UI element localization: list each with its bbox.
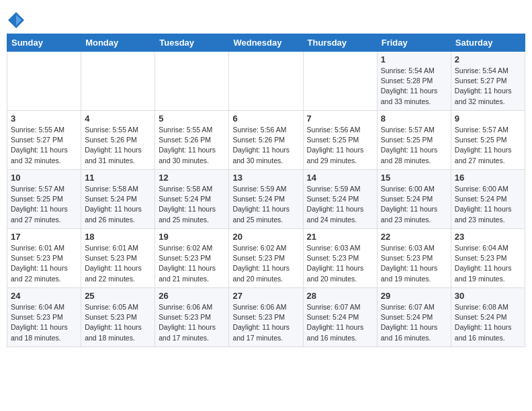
day-info: Sunrise: 6:04 AMSunset: 5:23 PMDaylight:…	[11, 302, 77, 343]
day-info: Sunrise: 5:57 AMSunset: 5:25 PMDaylight:…	[11, 184, 77, 225]
day-info: Sunrise: 6:01 AMSunset: 5:23 PMDaylight:…	[11, 243, 77, 284]
day-number: 21	[307, 232, 373, 242]
day-info: Sunrise: 6:06 AMSunset: 5:23 PMDaylight:…	[159, 302, 225, 343]
logo-icon	[7, 11, 26, 30]
calendar-cell: 16Sunrise: 6:00 AMSunset: 5:24 PMDayligh…	[451, 170, 525, 229]
day-info: Sunrise: 5:55 AMSunset: 5:26 PMDaylight:…	[159, 125, 225, 166]
day-number: 1	[381, 54, 447, 64]
day-number: 12	[159, 173, 225, 183]
calendar-cell: 28Sunrise: 6:07 AMSunset: 5:24 PMDayligh…	[303, 288, 377, 347]
day-info: Sunrise: 6:03 AMSunset: 5:23 PMDaylight:…	[381, 243, 447, 284]
day-info: Sunrise: 6:04 AMSunset: 5:23 PMDaylight:…	[455, 243, 521, 284]
calendar-cell: 24Sunrise: 6:04 AMSunset: 5:23 PMDayligh…	[7, 288, 81, 347]
day-info: Sunrise: 5:59 AMSunset: 5:24 PMDaylight:…	[232, 184, 299, 225]
day-info: Sunrise: 5:55 AMSunset: 5:27 PMDaylight:…	[11, 125, 77, 166]
calendar-cell: 11Sunrise: 5:58 AMSunset: 5:24 PMDayligh…	[81, 170, 155, 229]
calendar-cell: 2Sunrise: 5:54 AMSunset: 5:27 PMDaylight…	[451, 52, 525, 111]
day-number: 28	[307, 291, 373, 301]
calendar-cell: 4Sunrise: 5:55 AMSunset: 5:26 PMDaylight…	[81, 111, 155, 170]
day-number: 25	[85, 291, 151, 301]
weekday-header-friday: Friday	[377, 34, 451, 52]
calendar-cell	[229, 52, 303, 111]
calendar-week-3: 10Sunrise: 5:57 AMSunset: 5:25 PMDayligh…	[7, 170, 525, 229]
calendar-cell: 17Sunrise: 6:01 AMSunset: 5:23 PMDayligh…	[7, 229, 81, 288]
day-number: 16	[455, 173, 521, 183]
day-number: 18	[85, 232, 151, 242]
day-info: Sunrise: 5:57 AMSunset: 5:25 PMDaylight:…	[455, 125, 521, 166]
day-info: Sunrise: 6:02 AMSunset: 5:23 PMDaylight:…	[232, 243, 299, 284]
day-info: Sunrise: 5:56 AMSunset: 5:25 PMDaylight:…	[307, 125, 373, 166]
day-number: 19	[159, 232, 225, 242]
weekday-header-sunday: Sunday	[7, 34, 81, 52]
day-number: 4	[85, 113, 151, 124]
weekday-header-wednesday: Wednesday	[229, 34, 303, 52]
day-info: Sunrise: 5:55 AMSunset: 5:26 PMDaylight:…	[85, 125, 151, 166]
calendar-body: 1Sunrise: 5:54 AMSunset: 5:28 PMDaylight…	[7, 52, 525, 347]
day-number: 26	[159, 291, 225, 301]
day-number: 20	[232, 232, 299, 242]
day-info: Sunrise: 5:58 AMSunset: 5:24 PMDaylight:…	[159, 184, 225, 225]
calendar-cell: 29Sunrise: 6:07 AMSunset: 5:24 PMDayligh…	[377, 288, 451, 347]
day-number: 22	[381, 232, 447, 242]
calendar-cell: 30Sunrise: 6:08 AMSunset: 5:24 PMDayligh…	[451, 288, 525, 347]
calendar-cell: 8Sunrise: 5:57 AMSunset: 5:25 PMDaylight…	[377, 111, 451, 170]
day-number: 10	[11, 173, 77, 183]
day-number: 9	[455, 113, 521, 124]
day-info: Sunrise: 6:07 AMSunset: 5:24 PMDaylight:…	[307, 302, 373, 343]
calendar-cell: 1Sunrise: 5:54 AMSunset: 5:28 PMDaylight…	[377, 52, 451, 111]
day-info: Sunrise: 6:03 AMSunset: 5:23 PMDaylight:…	[307, 243, 373, 284]
calendar-cell: 13Sunrise: 5:59 AMSunset: 5:24 PMDayligh…	[229, 170, 303, 229]
calendar-cell: 3Sunrise: 5:55 AMSunset: 5:27 PMDaylight…	[7, 111, 81, 170]
day-info: Sunrise: 5:59 AMSunset: 5:24 PMDaylight:…	[307, 184, 373, 225]
day-number: 8	[381, 113, 447, 124]
weekday-header-saturday: Saturday	[451, 34, 525, 52]
calendar-cell: 23Sunrise: 6:04 AMSunset: 5:23 PMDayligh…	[451, 229, 525, 288]
day-info: Sunrise: 6:02 AMSunset: 5:23 PMDaylight:…	[159, 243, 225, 284]
day-info: Sunrise: 5:56 AMSunset: 5:26 PMDaylight:…	[232, 125, 299, 166]
day-info: Sunrise: 6:07 AMSunset: 5:24 PMDaylight:…	[381, 302, 447, 343]
calendar-cell: 22Sunrise: 6:03 AMSunset: 5:23 PMDayligh…	[377, 229, 451, 288]
day-number: 24	[11, 291, 77, 301]
day-info: Sunrise: 6:00 AMSunset: 5:24 PMDaylight:…	[455, 184, 521, 225]
calendar-cell: 18Sunrise: 6:01 AMSunset: 5:23 PMDayligh…	[81, 229, 155, 288]
day-number: 11	[85, 173, 151, 183]
day-info: Sunrise: 5:54 AMSunset: 5:27 PMDaylight:…	[455, 66, 521, 107]
calendar-cell	[155, 52, 229, 111]
day-info: Sunrise: 6:06 AMSunset: 5:23 PMDaylight:…	[232, 302, 299, 343]
calendar-cell: 12Sunrise: 5:58 AMSunset: 5:24 PMDayligh…	[155, 170, 229, 229]
day-info: Sunrise: 6:05 AMSunset: 5:23 PMDaylight:…	[85, 302, 151, 343]
calendar-cell: 5Sunrise: 5:55 AMSunset: 5:26 PMDaylight…	[155, 111, 229, 170]
day-number: 2	[455, 54, 521, 64]
calendar-cell: 20Sunrise: 6:02 AMSunset: 5:23 PMDayligh…	[229, 229, 303, 288]
day-number: 17	[11, 232, 77, 242]
logo	[7, 11, 28, 30]
day-number: 14	[307, 173, 373, 183]
day-info: Sunrise: 6:00 AMSunset: 5:24 PMDaylight:…	[381, 184, 447, 225]
calendar-week-5: 24Sunrise: 6:04 AMSunset: 5:23 PMDayligh…	[7, 288, 525, 347]
day-info: Sunrise: 5:58 AMSunset: 5:24 PMDaylight:…	[85, 184, 151, 225]
page-header	[7, 7, 525, 30]
day-number: 29	[381, 291, 447, 301]
calendar-cell: 21Sunrise: 6:03 AMSunset: 5:23 PMDayligh…	[303, 229, 377, 288]
calendar-cell: 14Sunrise: 5:59 AMSunset: 5:24 PMDayligh…	[303, 170, 377, 229]
day-info: Sunrise: 5:57 AMSunset: 5:25 PMDaylight:…	[381, 125, 447, 166]
day-info: Sunrise: 6:01 AMSunset: 5:23 PMDaylight:…	[85, 243, 151, 284]
calendar-cell: 9Sunrise: 5:57 AMSunset: 5:25 PMDaylight…	[451, 111, 525, 170]
day-number: 27	[232, 291, 299, 301]
day-number: 30	[455, 291, 521, 301]
day-number: 5	[159, 113, 225, 124]
weekday-header-monday: Monday	[81, 34, 155, 52]
day-number: 23	[455, 232, 521, 242]
calendar-cell	[7, 52, 81, 111]
weekday-header-tuesday: Tuesday	[155, 34, 229, 52]
calendar-cell: 10Sunrise: 5:57 AMSunset: 5:25 PMDayligh…	[7, 170, 81, 229]
weekday-header-row: SundayMondayTuesdayWednesdayThursdayFrid…	[7, 34, 525, 52]
day-number: 13	[232, 173, 299, 183]
calendar-cell: 6Sunrise: 5:56 AMSunset: 5:26 PMDaylight…	[229, 111, 303, 170]
calendar-cell: 27Sunrise: 6:06 AMSunset: 5:23 PMDayligh…	[229, 288, 303, 347]
day-number: 7	[307, 113, 373, 124]
day-number: 6	[232, 113, 299, 124]
calendar-week-2: 3Sunrise: 5:55 AMSunset: 5:27 PMDaylight…	[7, 111, 525, 170]
calendar-cell	[81, 52, 155, 111]
weekday-header-thursday: Thursday	[303, 34, 377, 52]
